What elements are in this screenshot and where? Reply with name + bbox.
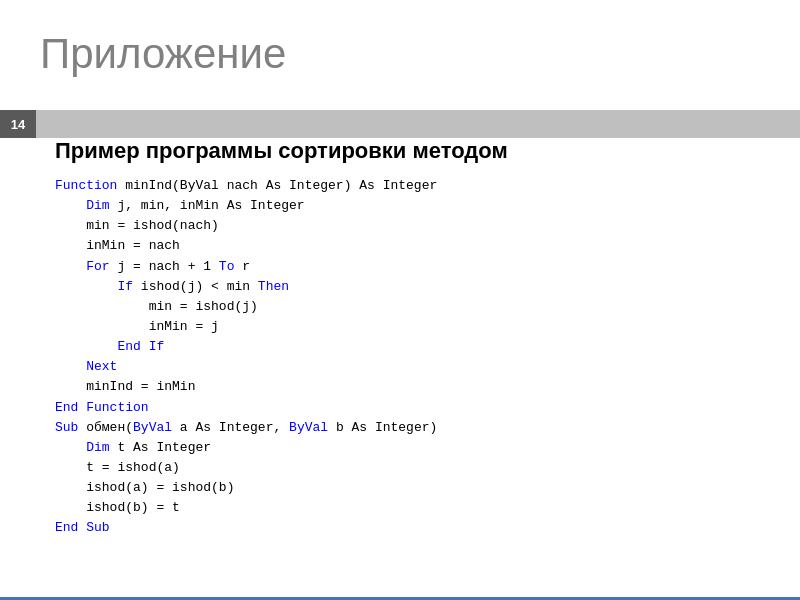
code-line: minInd = inMin (55, 377, 745, 397)
code-block: Function minInd(ByVal nach As Integer) A… (55, 176, 745, 539)
code-line: Next (55, 357, 745, 377)
slide: Приложение 14 Пример программы сортировк… (0, 0, 800, 600)
code-line: End Sub (55, 518, 745, 538)
code-line: If ishod(j) < min Then (55, 277, 745, 297)
code-line: min = ishod(j) (55, 297, 745, 317)
slide-number: 14 (0, 110, 36, 138)
slide-title: Приложение (40, 30, 760, 78)
code-line: Dim t As Integer (55, 438, 745, 458)
code-line: t = ishod(a) (55, 458, 745, 478)
code-line: End Function (55, 398, 745, 418)
section-title: Пример программы сортировки методом (55, 138, 745, 164)
code-line: Function minInd(ByVal nach As Integer) A… (55, 176, 745, 196)
code-line: For j = nach + 1 To r (55, 257, 745, 277)
code-line: End If (55, 337, 745, 357)
slide-number-bar: 14 (0, 110, 800, 138)
code-line: inMin = j (55, 317, 745, 337)
code-line: ishod(b) = t (55, 498, 745, 518)
code-line: Dim j, min, inMin As Integer (55, 196, 745, 216)
code-line: ishod(a) = ishod(b) (55, 478, 745, 498)
code-line: min = ishod(nach) (55, 216, 745, 236)
code-line: Sub обмен(ByVal a As Integer, ByVal b As… (55, 418, 745, 438)
content-area: Пример программы сортировки методом Func… (40, 128, 760, 549)
code-line: inMin = nach (55, 236, 745, 256)
